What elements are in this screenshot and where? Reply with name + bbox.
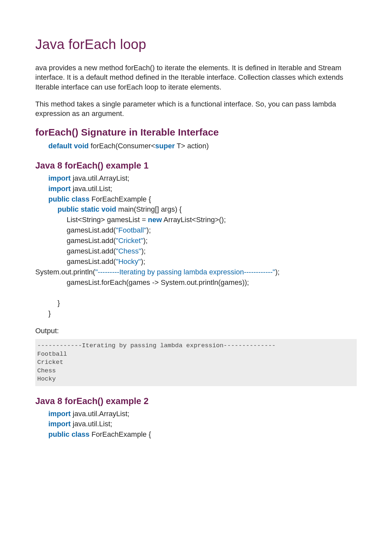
example-1-heading: Java 8 forEach() example 1 [35,160,357,171]
code-text: gamesList.add( [67,226,116,234]
code-text: ); [275,268,279,276]
intro-paragraph-1: ava provides a new method forEach() to i… [35,63,357,92]
string-literal: "Hocky" [116,257,141,266]
string-literal: "Chess" [116,247,141,255]
code-text: ); [141,257,145,266]
keyword: public class [48,430,90,438]
keyword: import [48,174,71,182]
code-text: T> action) [175,142,209,150]
output-block: ------------Iterating by passing lambda … [35,339,357,386]
code-text: main(String[] args) { [116,205,182,213]
page-title: Java forEach loop [35,35,357,54]
keyword: import [48,185,71,193]
code-text: } [48,308,357,319]
example-1-code: import java.util.ArrayList; import java.… [48,173,357,319]
string-literal: "Cricket" [116,236,143,245]
code-text: System.out.println( [35,268,95,276]
code-text: ); [146,226,151,234]
code-text: gamesList.add( [67,247,116,255]
signature-code: default void forEach(Consumer<super T> a… [48,141,357,151]
code-text: java.util.ArrayList; [71,174,129,182]
keyword: public class [48,195,90,203]
code-text: ArrayList<String>(); [162,216,226,224]
code-text: ); [141,247,145,255]
output-label: Output: [35,326,357,336]
keyword: default void [48,142,89,150]
code-text: forEach(Consumer< [89,142,155,150]
signature-heading: forEach() Signature in Iterable Interfac… [35,126,357,139]
keyword: import [48,410,71,418]
keyword: import [48,420,71,428]
code-text: java.util.List; [71,185,112,193]
keyword: public static void [57,205,116,213]
code-text: gamesList.add( [67,257,116,266]
intro-paragraph-2: This method takes a single parameter whi… [35,99,357,119]
code-text: ); [143,236,148,245]
code-text: ForEachExample { [90,430,151,438]
code-text: gamesList.add( [67,236,116,245]
string-literal: "---------Iterating by passing lambda ex… [95,268,275,276]
example-2-code: import java.util.ArrayList; import java.… [48,409,357,440]
code-text: java.util.List; [71,420,112,428]
code-text: ForEachExample { [90,195,151,203]
keyword: new [148,216,162,224]
code-text: java.util.ArrayList; [71,410,129,418]
code-text: } [48,298,357,308]
string-literal: "Football" [116,226,146,234]
keyword: super [155,142,175,150]
code-text: List<String> gamesList = [67,216,148,224]
example-2-heading: Java 8 forEach() example 2 [35,395,357,407]
code-text: gamesList.forEach(games -> System.out.pr… [48,277,357,288]
